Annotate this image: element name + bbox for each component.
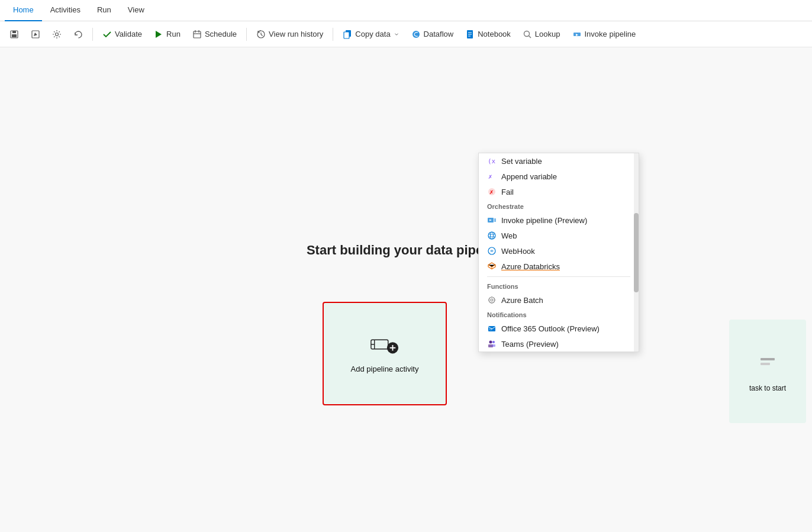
teams-icon <box>487 339 497 349</box>
dropdown-item-set-variable[interactable]: (x) Set variable <box>479 153 639 169</box>
separator-1 <box>92 28 93 41</box>
add-activity-card[interactable]: Add pipeline activity <box>323 302 447 405</box>
divider-after-databricks <box>487 276 630 277</box>
svg-rect-37 <box>494 218 496 222</box>
run-button[interactable]: Run <box>149 27 185 42</box>
toolbar: Validate Run Schedule View run history <box>0 21 812 47</box>
validate-button[interactable]: Validate <box>98 27 147 42</box>
set-variable-icon: (x) <box>487 156 497 166</box>
copy-data-icon <box>343 30 352 39</box>
svg-point-39 <box>491 232 494 239</box>
svg-point-18 <box>524 31 529 36</box>
azure-databricks-icon <box>487 262 497 271</box>
dropdown-item-azure-databricks[interactable]: Azure Databricks <box>479 259 639 274</box>
undo-button[interactable] <box>69 27 88 42</box>
web-icon <box>487 231 497 240</box>
svg-rect-12 <box>344 32 349 38</box>
run-label: Run <box>166 30 181 38</box>
svg-rect-2 <box>12 34 17 37</box>
notebook-icon <box>465 30 475 39</box>
svg-marker-5 <box>156 31 162 38</box>
save-button[interactable] <box>5 27 24 42</box>
svg-point-4 <box>56 33 59 36</box>
tab-view-label: View <box>128 5 144 14</box>
section-notifications: Notifications <box>479 308 639 321</box>
history-icon <box>256 30 266 39</box>
svg-point-52 <box>489 341 492 344</box>
dropdown-item-office365[interactable]: O Office 365 Outlook (Preview) <box>479 321 639 336</box>
scrollbar-thumb[interactable] <box>634 213 639 292</box>
dropdown-item-azure-batch[interactable]: Azure Batch <box>479 292 639 308</box>
notebook-label: Notebook <box>478 30 511 38</box>
separator-3 <box>333 28 333 41</box>
svg-text:O: O <box>489 327 492 331</box>
edit-icon <box>31 30 40 39</box>
copy-data-label: Copy data <box>355 30 390 38</box>
validate-icon <box>102 30 112 39</box>
edit-button[interactable] <box>26 27 45 42</box>
invoke-pipeline-button[interactable]: Invoke pipeline <box>568 27 641 42</box>
separator-2 <box>246 28 247 41</box>
tab-view[interactable]: View <box>120 0 153 21</box>
tab-run[interactable]: Run <box>89 0 120 21</box>
scrollbar-track[interactable] <box>634 153 639 352</box>
svg-point-44 <box>489 297 495 303</box>
dataflow-icon <box>411 30 421 39</box>
copy-data-chevron-icon <box>394 31 399 37</box>
svg-point-45 <box>491 299 493 301</box>
save-icon <box>9 30 19 39</box>
dropdown-item-webhook[interactable]: WebHook <box>479 243 639 259</box>
svg-text:(x): (x) <box>488 157 497 165</box>
fail-icon: ✗ <box>487 187 497 196</box>
section-orchestrate: Orchestrate <box>479 199 639 212</box>
add-activity-icon <box>370 334 399 355</box>
section-functions: Functions <box>479 279 639 292</box>
svg-rect-1 <box>12 31 16 33</box>
invoke-pipeline-label: Invoke pipeline <box>585 30 636 38</box>
validate-label: Validate <box>115 30 142 38</box>
dropdown-item-web[interactable]: Web <box>479 228 639 243</box>
webhook-icon <box>487 246 497 256</box>
copy-data-button[interactable]: Copy data <box>338 27 404 42</box>
invoke-pipeline-dropdown-icon <box>487 215 497 225</box>
right-card-label: task to start <box>745 384 791 392</box>
dropdown-item-fail[interactable]: ✗ Fail <box>479 184 639 199</box>
tab-home[interactable]: Home <box>5 0 42 21</box>
svg-text:✗: ✗ <box>488 173 492 180</box>
tab-home-label: Home <box>13 5 34 14</box>
append-variable-icon: ✗ <box>487 172 497 181</box>
tab-bar: Home Activities Run View <box>0 0 812 21</box>
svg-rect-29 <box>761 358 775 360</box>
schedule-label: Schedule <box>205 30 237 38</box>
run-icon <box>154 30 163 39</box>
lookup-icon <box>523 30 532 39</box>
svg-text:✗: ✗ <box>489 188 494 196</box>
lookup-label: Lookup <box>535 30 560 38</box>
svg-rect-30 <box>761 363 770 365</box>
schedule-icon <box>192 30 202 39</box>
dataflow-button[interactable]: Dataflow <box>407 27 459 42</box>
settings-button[interactable] <box>47 27 66 42</box>
tab-activities-label: Activities <box>50 5 80 14</box>
right-card[interactable]: task to start <box>729 320 806 423</box>
right-card-icon <box>756 351 779 375</box>
svg-point-13 <box>413 31 420 38</box>
invoke-pipeline-icon <box>572 30 582 39</box>
svg-point-54 <box>492 341 495 343</box>
dropdown-item-append-variable[interactable]: ✗ Append variable <box>479 169 639 184</box>
tab-activities[interactable]: Activities <box>42 0 89 21</box>
dataflow-label: Dataflow <box>424 30 454 38</box>
tab-run-label: Run <box>97 5 111 14</box>
dropdown-item-teams[interactable]: Teams (Preview) <box>479 336 639 352</box>
svg-rect-6 <box>194 31 201 38</box>
svg-rect-55 <box>492 344 495 347</box>
lookup-button[interactable]: Lookup <box>518 27 565 42</box>
schedule-button[interactable]: Schedule <box>188 27 241 42</box>
svg-point-38 <box>488 232 495 239</box>
view-run-history-button[interactable]: View run history <box>252 27 328 42</box>
view-run-history-label: View run history <box>269 30 323 38</box>
office365-icon: O <box>487 324 497 333</box>
azure-batch-icon <box>487 295 497 305</box>
notebook-button[interactable]: Notebook <box>460 27 515 42</box>
dropdown-item-invoke-pipeline[interactable]: Invoke pipeline (Preview) <box>479 212 639 228</box>
